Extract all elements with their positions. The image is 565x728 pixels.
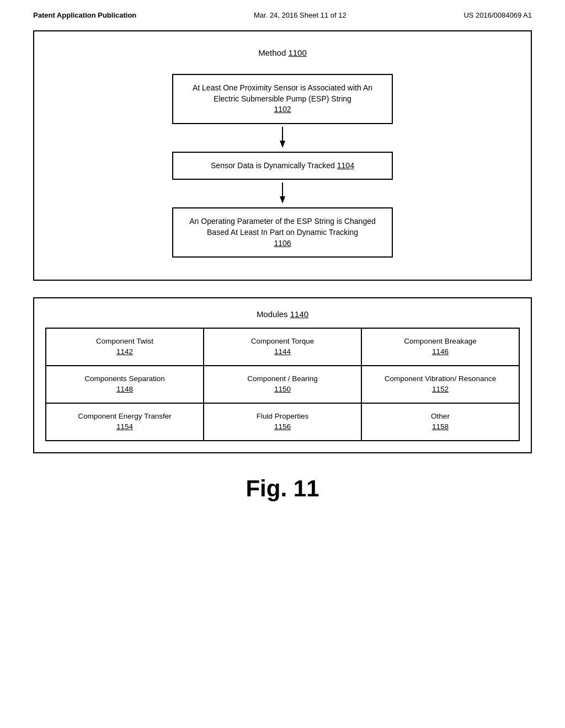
- modules-container: Modules 1140 Component Twist 1142 Compon…: [33, 297, 532, 453]
- module-label-1154: Component Energy Transfer: [78, 412, 172, 420]
- module-cell-1146: Component Breakage 1146: [362, 329, 520, 366]
- flow-box-1106: An Operating Parameter of the ESP String…: [172, 207, 393, 258]
- module-num-1156: 1156: [274, 422, 291, 431]
- module-num-1146: 1146: [432, 347, 449, 356]
- flowchart-title: Method 1100: [56, 48, 509, 57]
- page-header: Patent Application Publication Mar. 24, …: [33, 11, 532, 30]
- flow-arrow-1: [56, 124, 509, 152]
- module-label-1142: Component Twist: [96, 337, 153, 345]
- module-num-1150: 1150: [274, 385, 291, 393]
- module-cell-1158: Other 1158: [362, 404, 520, 441]
- fig-caption: Fig. 11: [33, 475, 532, 502]
- module-num-1152: 1152: [432, 385, 449, 393]
- flow-box-1102: At Least One Proximity Sensor is Associa…: [172, 74, 393, 124]
- page: Patent Application Publication Mar. 24, …: [0, 0, 565, 728]
- module-cell-1152: Component Vibration/ Resonance 1152: [362, 366, 520, 404]
- module-cell-1150: Component / Bearing 1150: [204, 366, 362, 404]
- svg-marker-3: [280, 196, 285, 204]
- flowchart-container: Method 1100 At Least One Proximity Senso…: [33, 30, 532, 281]
- module-cell-1148: Components Separation 1148: [46, 366, 204, 404]
- svg-marker-1: [280, 141, 285, 148]
- module-num-1144: 1144: [274, 347, 291, 356]
- module-num-1154: 1154: [116, 422, 133, 431]
- module-num-1158: 1158: [432, 422, 449, 431]
- module-cell-1154: Component Energy Transfer 1154: [46, 404, 204, 441]
- flow-box-1104: Sensor Data is Dynamically Tracked 1104: [172, 152, 393, 180]
- module-cell-1142: Component Twist 1142: [46, 329, 204, 366]
- module-label-1146: Component Breakage: [404, 337, 476, 345]
- module-label-1158: Other: [431, 412, 450, 420]
- module-label-1144: Component Torque: [251, 337, 315, 345]
- header-center: Mar. 24, 2016 Sheet 11 of 12: [254, 11, 347, 19]
- module-label-1150: Component / Bearing: [247, 374, 318, 383]
- module-num-1142: 1142: [116, 347, 133, 356]
- module-num-1148: 1148: [116, 385, 133, 393]
- modules-grid: Component Twist 1142 Component Torque 11…: [45, 328, 520, 441]
- module-label-1152: Component Vibration/ Resonance: [385, 374, 496, 383]
- header-right: US 2016/0084069 A1: [463, 11, 532, 19]
- module-cell-1156: Fluid Properties 1156: [204, 404, 362, 441]
- module-label-1148: Components Separation: [84, 374, 165, 383]
- modules-title: Modules 1140: [45, 309, 520, 319]
- module-label-1156: Fluid Properties: [257, 412, 309, 420]
- header-left: Patent Application Publication: [33, 11, 136, 19]
- flow-arrow-2: [56, 180, 509, 207]
- module-cell-1144: Component Torque 1144: [204, 329, 362, 366]
